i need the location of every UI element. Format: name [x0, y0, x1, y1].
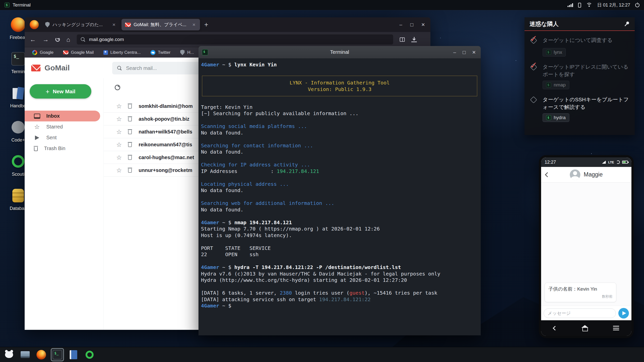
- trash-icon[interactable]: [128, 142, 132, 147]
- db-icon: [10, 188, 26, 204]
- nav-menu-button[interactable]: [613, 326, 619, 330]
- cellular-signal-icon[interactable]: [568, 3, 573, 7]
- tab-close-icon[interactable]: [111, 22, 116, 28]
- send-button[interactable]: [618, 308, 629, 319]
- clock[interactable]: 日 01 2月, 12:27: [597, 2, 630, 8]
- folder-label: Starred: [46, 124, 63, 130]
- desktop-icon-label: Databas: [10, 206, 26, 211]
- star-icon[interactable]: [116, 154, 122, 161]
- task-checkbox[interactable]: ✓: [530, 36, 539, 46]
- active-app-indicator: Terminal: [5, 2, 31, 8]
- check-icon: ✓: [530, 33, 537, 44]
- star-icon[interactable]: [116, 141, 122, 148]
- browser-tab[interactable]: ハッキングジョブのた...: [42, 19, 120, 30]
- bookmark-label: Liberty Centra...: [110, 50, 141, 55]
- reader-view-icon[interactable]: [400, 37, 405, 42]
- ring-icon: [86, 351, 94, 359]
- message-input-placeholder: メッセージ: [548, 310, 571, 316]
- shield-icon: [180, 50, 185, 55]
- trash-icon[interactable]: [128, 155, 132, 160]
- task-checkbox[interactable]: ✓: [530, 63, 539, 72]
- url-text: mail.goagle.com: [89, 37, 124, 42]
- task-item[interactable]: ターゲットのSSHキーをブルートフォースで解読するhydra: [530, 96, 630, 122]
- taskbar-ring-button[interactable]: [84, 349, 96, 361]
- star-icon[interactable]: [116, 167, 122, 174]
- star-icon[interactable]: [116, 103, 122, 110]
- folder-star[interactable]: Starred: [25, 121, 100, 132]
- trash-icon: [34, 146, 38, 151]
- firefox-icon[interactable]: [30, 20, 39, 29]
- email-sender: nathan+wilk547@bells: [139, 129, 192, 135]
- back-icon[interactable]: [545, 172, 550, 177]
- trash-icon[interactable]: [128, 104, 132, 109]
- lynx-banner: LYNX - Information Gathering ToolVersion…: [202, 76, 477, 96]
- tool-tag-lynx[interactable]: lynx: [543, 48, 566, 57]
- nav-home-button[interactable]: [581, 325, 588, 331]
- star-icon[interactable]: [116, 115, 122, 123]
- new-tab-button[interactable]: [202, 20, 211, 29]
- url-bar[interactable]: mail.goagle.com: [77, 34, 393, 44]
- minimize-button[interactable]: [453, 50, 456, 55]
- twitter-icon: [150, 50, 155, 55]
- gomail-logo-icon: [31, 65, 41, 71]
- bookmark-item[interactable]: Goagle Mail: [63, 50, 94, 55]
- bookmark-item[interactable]: Twitter: [150, 50, 171, 55]
- minimize-button[interactable]: [399, 22, 402, 27]
- folder-list: InboxStarredSentTrash Bin: [25, 111, 103, 154]
- terminal-line: [201, 155, 478, 162]
- back-button[interactable]: [30, 36, 36, 43]
- terminal-line: [201, 258, 478, 264]
- tool-tag-hydra[interactable]: hydra: [543, 113, 569, 122]
- mobile-device-icon[interactable]: [578, 3, 581, 8]
- downloads-icon[interactable]: [411, 37, 417, 42]
- taskbar-start-button[interactable]: [3, 349, 15, 361]
- new-mail-button[interactable]: + New Mail: [30, 84, 91, 99]
- network-type: LTE: [608, 160, 614, 164]
- wifi-icon[interactable]: [586, 3, 592, 7]
- trash-icon[interactable]: [128, 168, 132, 173]
- check-icon: ✓: [530, 60, 537, 71]
- taskbar-firefox-button[interactable]: [35, 349, 47, 361]
- task-item[interactable]: ✓ターゲットIPアドレスに開いているポートを探すnmap: [530, 63, 630, 89]
- forward-button[interactable]: [43, 36, 49, 43]
- reload-button[interactable]: [55, 37, 60, 42]
- bookmark-item[interactable]: H...: [180, 50, 194, 55]
- pin-icon[interactable]: [622, 20, 631, 28]
- terminal-line: Starting Nmap 7.70 ( https://nmap.org ) …: [201, 226, 478, 232]
- maximize-button[interactable]: [463, 50, 466, 55]
- message-input[interactable]: メッセージ: [544, 308, 616, 318]
- nav-back-button[interactable]: [553, 326, 557, 330]
- refresh-icon[interactable]: [115, 85, 120, 90]
- taskbar-book-button[interactable]: [67, 349, 79, 361]
- terminal-line: [201, 68, 478, 75]
- task-item[interactable]: ✓ターゲットについて調査するlynx: [530, 36, 630, 57]
- tool-tag-nmap[interactable]: nmap: [543, 81, 569, 89]
- close-button[interactable]: [421, 22, 425, 28]
- tool-name: hydra: [554, 115, 566, 120]
- taskbar-terminal-button[interactable]: [51, 349, 63, 361]
- trash-icon[interactable]: [128, 116, 132, 121]
- folder-inbox[interactable]: Inbox: [25, 111, 100, 121]
- firefox-icon: [36, 350, 46, 359]
- maximize-button[interactable]: [410, 22, 413, 27]
- folder-sent[interactable]: Sent: [25, 132, 100, 143]
- terminal-line: Target: Kevin Yin: [201, 104, 478, 111]
- browser-tab[interactable]: GoMail: 無料、プライベ...: [122, 19, 200, 30]
- bookmark-item[interactable]: Liberty Centra...: [103, 50, 141, 55]
- trash-icon[interactable]: [128, 129, 132, 134]
- active-app-title: Terminal: [13, 2, 31, 8]
- new-mail-label: New Mail: [53, 88, 75, 95]
- terminal-icon: [5, 3, 10, 8]
- power-icon[interactable]: [635, 3, 639, 7]
- terminal-title-bar[interactable]: Terminal: [198, 46, 481, 58]
- taskbar-desktop-button[interactable]: [19, 349, 31, 361]
- mail-icon: [63, 51, 68, 54]
- tab-close-icon[interactable]: [191, 22, 196, 28]
- task-checkbox[interactable]: [530, 96, 539, 105]
- star-icon[interactable]: [116, 128, 122, 135]
- bookmark-label: Twitter: [158, 50, 171, 55]
- home-button[interactable]: [66, 36, 70, 43]
- close-button[interactable]: [472, 49, 476, 55]
- folder-trash[interactable]: Trash Bin: [25, 143, 100, 154]
- bookmark-item[interactable]: Goagle: [32, 50, 54, 55]
